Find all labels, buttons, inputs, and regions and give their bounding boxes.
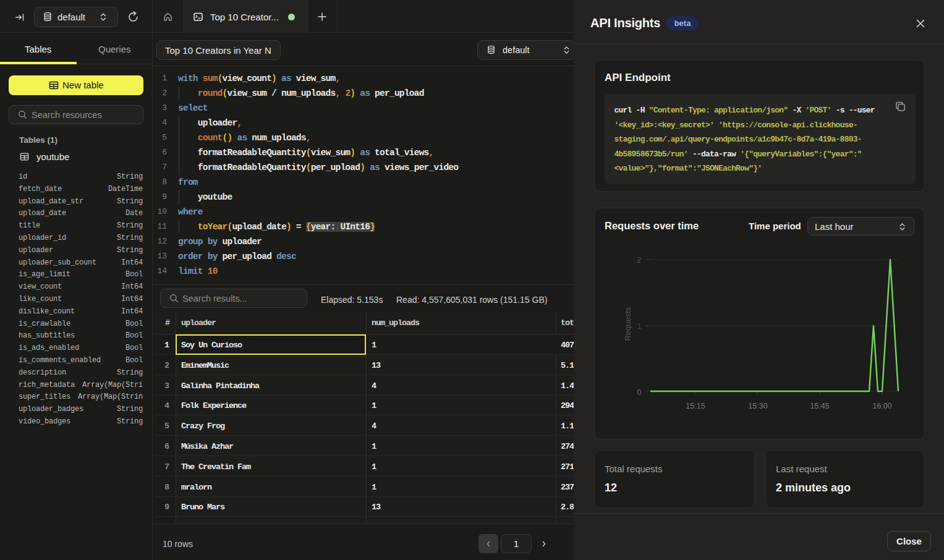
svg-text:15:45: 15:45 [810, 402, 829, 410]
svg-text:15:30: 15:30 [748, 402, 767, 410]
svg-text:0: 0 [637, 388, 642, 397]
svg-text:16:00: 16:00 [872, 402, 891, 410]
svg-text:1: 1 [637, 322, 642, 331]
svg-text:2: 2 [637, 256, 642, 265]
svg-text:15:15: 15:15 [686, 402, 705, 410]
